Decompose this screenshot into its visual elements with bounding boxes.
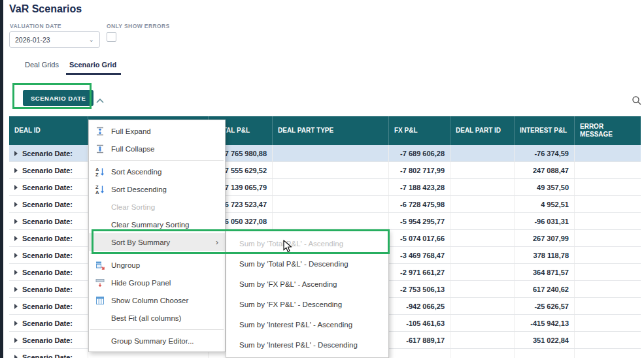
chevron-down-icon: ⌄ — [89, 37, 94, 43]
only-show-errors-label: ONLY SHOW ERRORS — [107, 23, 170, 29]
hide-group-panel-icon — [94, 278, 106, 288]
menu-item-sort-ascending[interactable]: AZ Sort Ascending — [89, 163, 225, 180]
fx-pnl-value: -5 074 017,66 — [389, 230, 450, 246]
fx-pnl-value: -6 728 475,98 — [389, 196, 450, 212]
group-row-label: Scenario Date: — [22, 235, 73, 242]
menu-item-best-fit[interactable]: Best Fit (all columns) — [89, 309, 225, 327]
interest-pnl-value: 49 357,50 — [515, 179, 575, 195]
column-header-deal-part-id[interactable]: DEAL PART ID — [450, 116, 515, 145]
search-icon[interactable] — [632, 95, 642, 108]
expand-icon[interactable] — [14, 236, 18, 241]
column-header-error-message[interactable]: ERROR MESSAGE — [575, 116, 641, 145]
fx-pnl-value — [389, 349, 450, 358]
expand-icon[interactable] — [14, 321, 18, 326]
submenu-item-interest-ascending[interactable]: Sum by 'Interest P&L' - Ascending — [226, 314, 388, 334]
column-header-interest-pnl[interactable]: INTEREST P&L — [515, 116, 575, 145]
valuation-date-label: VALUATION DATE — [10, 23, 61, 29]
group-row-label: Scenario Date: — [22, 184, 73, 191]
window-edge — [0, 0, 3, 358]
menu-item-group-summary-editor[interactable]: Group Summary Editor... — [89, 332, 225, 350]
interest-pnl-value: -76 374,59 — [515, 145, 575, 161]
group-row-label: Scenario Date: — [22, 268, 73, 276]
expand-icon[interactable] — [14, 168, 18, 173]
group-row-label: Scenario Date: — [22, 336, 73, 344]
group-row-label: Scenario Date: — [22, 167, 73, 174]
column-header-deal-id[interactable]: DEAL ID — [9, 116, 88, 145]
annotation-highlight-sort-by-summary — [92, 229, 390, 254]
group-row-label: Scenario Date: — [22, 252, 73, 259]
column-header-fx-pnl[interactable]: FX P&L — [389, 116, 450, 145]
annotation-highlight-scenario-date — [12, 83, 92, 109]
expand-icon[interactable] — [14, 338, 18, 343]
interest-pnl-value: 617 240,62 — [515, 281, 575, 297]
column-header-deal-part-type[interactable]: DEAL PART TYPE — [273, 116, 389, 145]
interest-pnl-value: 351 022,84 — [515, 332, 575, 348]
full-expand-icon — [94, 126, 106, 137]
menu-item-ungroup[interactable]: Ungroup — [89, 256, 225, 274]
full-collapse-icon — [94, 144, 106, 154]
interest-pnl-value: 4 952,51 — [515, 196, 575, 212]
expand-icon[interactable] — [14, 219, 18, 224]
menu-item-hide-group-panel[interactable]: Hide Group Panel — [89, 274, 225, 291]
menu-item-clear-sorting: Clear Sorting — [89, 198, 225, 216]
fx-pnl-value: -7 689 606,28 — [389, 145, 450, 161]
fx-pnl-value: -5 954 295,77 — [389, 213, 450, 229]
interest-pnl-value — [515, 349, 575, 358]
group-row-label: Scenario Date: — [22, 150, 73, 157]
fx-pnl-value: -105 461,63 — [389, 315, 450, 331]
fx-pnl-value: -942 066,25 — [389, 298, 450, 314]
column-chooser-icon — [94, 295, 106, 306]
interest-pnl-value: -415 942,13 — [515, 315, 575, 331]
chevron-up-icon[interactable] — [95, 95, 105, 106]
active-tab-underline — [66, 73, 121, 75]
valuation-date-select[interactable]: 2026-01-23 ⌄ — [9, 31, 100, 48]
fx-pnl-value: -2 753 506,13 — [389, 281, 450, 297]
page-title: VaR Scenarios — [9, 3, 82, 15]
fx-pnl-value: -3 469 768,47 — [389, 247, 450, 263]
expand-icon[interactable] — [14, 185, 18, 190]
expand-icon[interactable] — [14, 287, 18, 292]
tab-scenario-grid[interactable]: Scenario Grid — [69, 61, 116, 69]
group-row-label: Scenario Date: — [22, 319, 73, 327]
group-row-label: Scenario Date: — [22, 201, 73, 208]
menu-item-show-column-chooser[interactable]: Show Column Chooser — [89, 291, 225, 309]
menu-separator — [90, 329, 224, 330]
interest-pnl-value: 364 871,57 — [515, 264, 575, 280]
sort-ascending-icon: AZ — [94, 167, 106, 177]
menu-item-sort-descending[interactable]: ZA Sort Descending — [89, 180, 225, 198]
expand-icon[interactable] — [14, 253, 18, 258]
menu-separator — [90, 160, 224, 161]
interest-pnl-value: 247 088,47 — [515, 162, 575, 178]
fx-pnl-value: -7 188 423,28 — [389, 179, 450, 195]
group-row-label: Scenario Date: — [22, 285, 73, 293]
interest-pnl-value: -25 626,57 — [515, 298, 575, 314]
ungroup-icon — [94, 260, 106, 270]
group-row-label: Scenario Date: — [22, 218, 73, 225]
fx-pnl-value: -2 971 661,27 — [389, 264, 450, 280]
fx-pnl-value: -7 802 717,99 — [389, 162, 450, 178]
group-row-label: Scenario Date: — [22, 302, 73, 310]
expand-icon[interactable] — [14, 151, 18, 156]
interest-pnl-value: 267 307,99 — [515, 230, 575, 246]
submenu-item-fx-ascending[interactable]: Sum by 'FX P&L' - Ascending — [226, 274, 388, 294]
valuation-date-value: 2026-01-23 — [15, 36, 50, 44]
expand-icon[interactable] — [14, 270, 18, 275]
only-show-errors-checkbox[interactable] — [107, 32, 116, 42]
group-row-label: Scenario Date: — [22, 353, 73, 358]
tab-deal-grids[interactable]: Deal Grids — [25, 61, 59, 69]
interest-pnl-value: 378 118,78 — [515, 247, 575, 263]
submenu-item-fx-descending[interactable]: Sum by 'FX P&L' - Descending — [226, 294, 388, 314]
sort-descending-icon: ZA — [94, 184, 106, 195]
mouse-cursor — [283, 240, 295, 255]
fx-pnl-value: -617 889,17 — [389, 332, 450, 348]
menu-item-full-collapse[interactable]: Full Collapse — [89, 140, 225, 157]
interest-pnl-value: -96 031,31 — [515, 213, 575, 229]
submenu-item-interest-descending[interactable]: Sum by 'Interest P&L' - Descending — [226, 334, 388, 355]
menu-item-full-expand[interactable]: Full Expand — [89, 122, 225, 140]
expand-icon[interactable] — [14, 355, 18, 358]
submenu-item-total-descending[interactable]: Sum by 'Total P&L' - Descending — [226, 253, 388, 274]
expand-icon[interactable] — [14, 202, 18, 207]
expand-icon[interactable] — [14, 304, 18, 309]
